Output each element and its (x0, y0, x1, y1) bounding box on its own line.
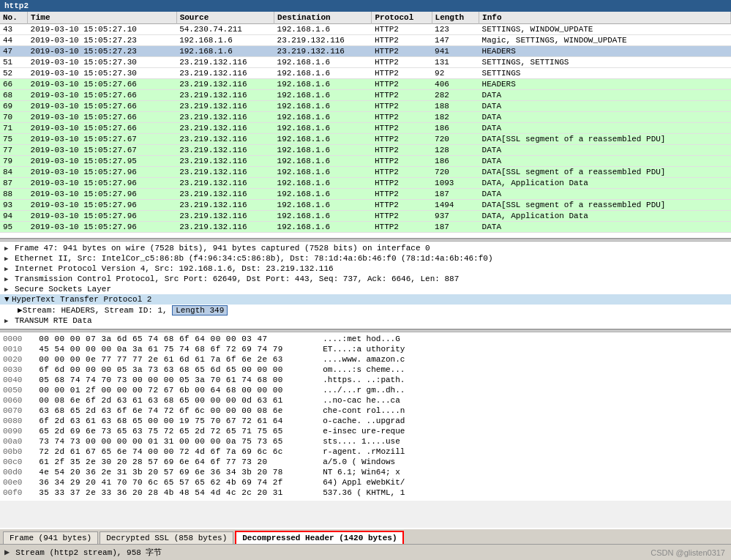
hex-bytes: 35 33 37 2e 33 36 20 28 4b 48 54 4d 4c 2… (39, 488, 317, 497)
table-row[interactable]: 772019-03-10 15:05:27.6723.219.132.11619… (0, 145, 731, 156)
hex-offset: 0010 (3, 345, 29, 354)
cell-proto: HTTP2 (372, 200, 432, 211)
table-row[interactable]: 682019-03-10 15:05:27.6623.219.132.11619… (0, 90, 731, 101)
cell-len: 186 (432, 123, 479, 134)
hex-offset: 0080 (3, 417, 29, 425)
hex-offset: 0020 (3, 355, 29, 364)
table-row[interactable]: 872019-03-10 15:05:27.9623.219.132.11619… (0, 178, 731, 189)
tab-1[interactable]: Decrypted SSL (858 bytes) (100, 531, 233, 544)
detail-http-row[interactable]: ▼HyperText Transfer Protocol 2 (0, 294, 731, 305)
cell-time: 2019-03-10 15:05:27.96 (28, 178, 177, 189)
cell-info: HEADERS (479, 46, 731, 57)
hex-offset: 0030 (3, 365, 29, 374)
table-row[interactable]: 692019-03-10 15:05:27.6623.219.132.11619… (0, 101, 731, 112)
cell-len: 128 (432, 145, 479, 156)
detail-label: Frame 47: 941 bytes on wire (7528 bits),… (15, 244, 430, 253)
cell-src: 23.219.132.116 (176, 222, 274, 233)
detail-label: Ethernet II, Src: IntelCor_c5:86:8b (f4:… (15, 254, 493, 263)
table-row[interactable]: 792019-03-10 15:05:27.9523.219.132.11619… (0, 156, 731, 167)
hex-row: 0020 00 00 00 0e 77 77 77 2e 61 6d 61 7a… (3, 354, 728, 365)
col-source: Source (176, 12, 274, 24)
cell-src: 23.219.132.116 (176, 112, 274, 123)
table-row[interactable]: 522019-03-10 15:05:27.3023.219.132.11619… (0, 68, 731, 79)
cell-time: 2019-03-10 15:05:27.96 (28, 189, 177, 200)
triangle-icon: ▶ (4, 244, 12, 253)
cell-src: 23.219.132.116 (176, 167, 274, 178)
cell-src: 23.219.132.116 (176, 134, 274, 145)
table-row[interactable]: 712019-03-10 15:05:27.6623.219.132.11619… (0, 123, 731, 134)
hex-ascii: .https.. ..:path. (317, 376, 405, 384)
hex-bytes: 45 54 00 00 00 0a 3a 61 75 74 68 6f 72 6… (39, 345, 317, 354)
table-row[interactable]: 472019-03-10 15:05:27.23192.168.1.623.21… (0, 46, 731, 57)
detail-row[interactable]: ▶Frame 47: 941 bytes on wire (7528 bits)… (0, 243, 731, 253)
cell-info: DATA (479, 123, 731, 134)
cell-src: 54.230.74.211 (176, 24, 274, 35)
table-row[interactable]: 942019-03-10 15:05:27.9623.219.132.11619… (0, 211, 731, 222)
cell-proto: HTTP2 (372, 101, 432, 112)
cell-src: 192.168.1.6 (176, 35, 274, 46)
cell-no: 69 (0, 101, 28, 112)
hex-bytes: 36 34 29 20 41 70 70 6c 65 57 65 62 4b 6… (39, 478, 317, 487)
detail-row[interactable]: ▶Internet Protocol Version 4, Src: 192.1… (0, 264, 731, 274)
hex-offset: 00a0 (3, 437, 29, 446)
detail-row[interactable]: ▶Transmission Control Protocol, Src Port… (0, 274, 731, 284)
tab-0[interactable]: Frame (941 bytes) (3, 531, 98, 544)
hex-ascii: .../...r gm..dh.. (317, 386, 405, 395)
col-length: Length (432, 12, 479, 24)
cell-info: DATA (479, 145, 731, 156)
cell-len: 187 (432, 189, 479, 200)
table-row[interactable]: 952019-03-10 15:05:27.9623.219.132.11619… (0, 222, 731, 233)
table-row[interactable]: 882019-03-10 15:05:27.9623.219.132.11619… (0, 189, 731, 200)
hex-bytes: 00 00 00 07 3a 6d 65 74 68 6f 64 00 00 0… (39, 335, 317, 343)
hex-bytes: 73 74 73 00 00 00 00 01 31 00 00 00 0a 7… (39, 437, 317, 446)
hex-bytes: 00 00 01 2f 00 00 00 72 67 6b 00 64 68 0… (39, 386, 317, 395)
triangle-icon: ▶ (18, 306, 23, 315)
cell-time: 2019-03-10 15:05:27.10 (28, 24, 177, 35)
cell-time: 2019-03-10 15:05:27.66 (28, 101, 177, 112)
cell-info: DATA (479, 222, 731, 233)
table-row[interactable]: 512019-03-10 15:05:27.3023.219.132.11619… (0, 57, 731, 68)
table-row[interactable]: 752019-03-10 15:05:27.6723.219.132.11619… (0, 134, 731, 145)
hex-offset: 0070 (3, 406, 29, 415)
detail-label: Transmission Control Protocol, Src Port:… (15, 275, 459, 283)
cell-dst: 192.168.1.6 (274, 200, 372, 211)
transum-label: TRANSUM RTE Data (15, 316, 92, 325)
hex-ascii: om....:s cheme... (317, 365, 405, 374)
cell-len: 187 (432, 222, 479, 233)
tab-2[interactable]: Decompressed Header (1420 bytes) (235, 531, 404, 544)
cell-time: 2019-03-10 15:05:27.66 (28, 79, 177, 90)
table-row[interactable]: 432019-03-10 15:05:27.1054.230.74.211192… (0, 24, 731, 35)
cell-info: DATA (479, 189, 731, 200)
hex-row: 0040 05 68 74 74 70 73 00 00 00 05 3a 70… (3, 375, 728, 385)
cell-time: 2019-03-10 15:05:27.30 (28, 68, 177, 79)
col-no: No. (0, 12, 28, 24)
triangle-icon: ▶ (4, 275, 12, 283)
table-header-row: No. Time Source Destination Protocol Len… (0, 12, 731, 24)
hex-row: 0050 00 00 01 2f 00 00 00 72 67 6b 00 64… (3, 385, 728, 395)
cell-info: SETTINGS, WINDOW_UPDATE (479, 24, 731, 35)
table-row[interactable]: 842019-03-10 15:05:27.9623.219.132.11619… (0, 167, 731, 178)
cell-src: 23.219.132.116 (176, 90, 274, 101)
cell-no: 43 (0, 24, 28, 35)
table-row[interactable]: 442019-03-10 15:05:27.23192.168.1.623.21… (0, 35, 731, 46)
cell-info: HEADERS (479, 79, 731, 90)
cell-proto: HTTP2 (372, 57, 432, 68)
cell-no: 68 (0, 90, 28, 101)
cell-src: 23.219.132.116 (176, 79, 274, 90)
detail-row[interactable]: ▶Secure Sockets Layer (0, 284, 731, 294)
cell-src: 23.219.132.116 (176, 156, 274, 167)
cell-time: 2019-03-10 15:05:27.96 (28, 200, 177, 211)
triangle-icon: ▶ (4, 317, 12, 325)
cell-no: 84 (0, 167, 28, 178)
transum-row[interactable]: ▶TRANSUM RTE Data (0, 316, 731, 326)
table-row[interactable]: 932019-03-10 15:05:27.9623.219.132.11619… (0, 200, 731, 211)
hex-offset: 0000 (3, 335, 29, 343)
detail-sub-row[interactable]: ▶Stream: HEADERS, Stream ID: 1, Length 3… (0, 305, 731, 316)
cell-no: 66 (0, 79, 28, 90)
cell-no: 77 (0, 145, 28, 156)
table-row[interactable]: 662019-03-10 15:05:27.6623.219.132.11619… (0, 79, 731, 90)
detail-row[interactable]: ▶Ethernet II, Src: IntelCor_c5:86:8b (f4… (0, 253, 731, 264)
hex-row: 0000 00 00 00 07 3a 6d 65 74 68 6f 64 00… (3, 334, 728, 344)
hex-bytes: 00 08 6e 6f 2d 63 61 63 68 65 00 00 00 0… (39, 396, 317, 405)
table-row[interactable]: 702019-03-10 15:05:27.6623.219.132.11619… (0, 112, 731, 123)
